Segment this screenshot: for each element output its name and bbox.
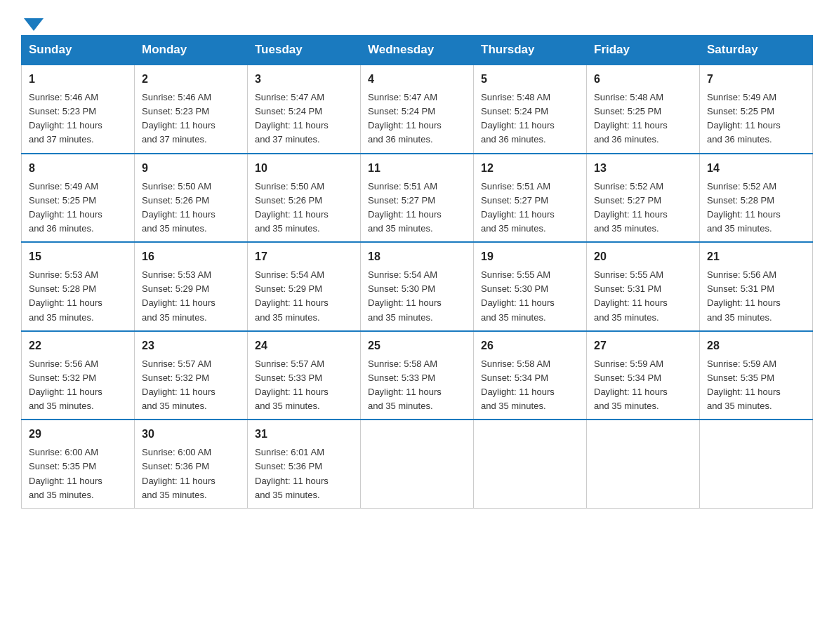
day-info: Sunrise: 5:59 AMSunset: 5:35 PMDaylight:… bbox=[707, 357, 805, 414]
calendar-cell: 22Sunrise: 5:56 AMSunset: 5:32 PMDayligh… bbox=[22, 331, 135, 420]
calendar-cell: 19Sunrise: 5:55 AMSunset: 5:30 PMDayligh… bbox=[474, 242, 587, 331]
day-number: 22 bbox=[29, 337, 127, 354]
weekday-header-saturday: Saturday bbox=[700, 36, 813, 65]
day-number: 1 bbox=[29, 71, 127, 88]
day-number: 28 bbox=[707, 337, 805, 354]
day-info: Sunrise: 5:51 AMSunset: 5:27 PMDaylight:… bbox=[481, 180, 579, 236]
day-info: Sunrise: 5:48 AMSunset: 5:24 PMDaylight:… bbox=[481, 90, 579, 147]
calendar-cell: 17Sunrise: 5:54 AMSunset: 5:29 PMDayligh… bbox=[248, 242, 361, 331]
calendar-cell: 15Sunrise: 5:53 AMSunset: 5:28 PMDayligh… bbox=[22, 242, 135, 331]
day-number: 18 bbox=[368, 248, 466, 265]
day-info: Sunrise: 5:47 AMSunset: 5:24 PMDaylight:… bbox=[255, 90, 353, 147]
day-number: 10 bbox=[255, 160, 353, 177]
day-number: 17 bbox=[255, 248, 353, 265]
day-number: 21 bbox=[707, 248, 805, 265]
calendar-week-row: 15Sunrise: 5:53 AMSunset: 5:28 PMDayligh… bbox=[22, 242, 813, 331]
day-info: Sunrise: 5:54 AMSunset: 5:29 PMDaylight:… bbox=[255, 268, 353, 325]
day-number: 13 bbox=[594, 160, 692, 177]
day-number: 30 bbox=[142, 426, 240, 443]
day-info: Sunrise: 5:56 AMSunset: 5:32 PMDaylight:… bbox=[29, 357, 127, 414]
calendar-cell: 29Sunrise: 6:00 AMSunset: 5:35 PMDayligh… bbox=[22, 420, 135, 508]
calendar-cell: 30Sunrise: 6:00 AMSunset: 5:36 PMDayligh… bbox=[135, 420, 248, 508]
day-number: 5 bbox=[481, 71, 579, 88]
weekday-header-tuesday: Tuesday bbox=[248, 36, 361, 65]
calendar-cell bbox=[361, 420, 474, 508]
calendar-cell: 26Sunrise: 5:58 AMSunset: 5:34 PMDayligh… bbox=[474, 331, 587, 420]
day-info: Sunrise: 5:54 AMSunset: 5:30 PMDaylight:… bbox=[368, 268, 466, 325]
day-number: 2 bbox=[142, 71, 240, 88]
calendar-cell: 12Sunrise: 5:51 AMSunset: 5:27 PMDayligh… bbox=[474, 154, 587, 243]
day-number: 6 bbox=[594, 71, 692, 88]
day-info: Sunrise: 5:47 AMSunset: 5:24 PMDaylight:… bbox=[368, 90, 466, 147]
day-number: 19 bbox=[481, 248, 579, 265]
weekday-header-row: SundayMondayTuesdayWednesdayThursdayFrid… bbox=[22, 36, 813, 65]
day-info: Sunrise: 5:52 AMSunset: 5:27 PMDaylight:… bbox=[594, 180, 692, 236]
day-info: Sunrise: 5:59 AMSunset: 5:34 PMDaylight:… bbox=[594, 357, 692, 414]
day-info: Sunrise: 5:53 AMSunset: 5:29 PMDaylight:… bbox=[142, 268, 240, 325]
day-number: 29 bbox=[29, 426, 127, 443]
logo-arrow-icon bbox=[24, 18, 44, 31]
day-number: 4 bbox=[368, 71, 466, 88]
calendar-cell: 21Sunrise: 5:56 AMSunset: 5:31 PMDayligh… bbox=[700, 242, 813, 331]
calendar-cell: 20Sunrise: 5:55 AMSunset: 5:31 PMDayligh… bbox=[587, 242, 700, 331]
calendar-cell: 4Sunrise: 5:47 AMSunset: 5:24 PMDaylight… bbox=[361, 65, 474, 154]
weekday-header-sunday: Sunday bbox=[22, 36, 135, 65]
calendar-cell: 3Sunrise: 5:47 AMSunset: 5:24 PMDaylight… bbox=[248, 65, 361, 154]
calendar-cell: 2Sunrise: 5:46 AMSunset: 5:23 PMDaylight… bbox=[135, 65, 248, 154]
day-number: 12 bbox=[481, 160, 579, 177]
day-number: 3 bbox=[255, 71, 353, 88]
day-info: Sunrise: 6:00 AMSunset: 5:35 PMDaylight:… bbox=[29, 445, 127, 502]
day-info: Sunrise: 5:58 AMSunset: 5:33 PMDaylight:… bbox=[368, 357, 466, 414]
day-number: 25 bbox=[368, 337, 466, 354]
day-info: Sunrise: 5:58 AMSunset: 5:34 PMDaylight:… bbox=[481, 357, 579, 414]
calendar-week-row: 22Sunrise: 5:56 AMSunset: 5:32 PMDayligh… bbox=[22, 331, 813, 420]
calendar-cell: 23Sunrise: 5:57 AMSunset: 5:32 PMDayligh… bbox=[135, 331, 248, 420]
calendar-cell: 27Sunrise: 5:59 AMSunset: 5:34 PMDayligh… bbox=[587, 331, 700, 420]
calendar-cell: 9Sunrise: 5:50 AMSunset: 5:26 PMDaylight… bbox=[135, 154, 248, 243]
day-info: Sunrise: 5:46 AMSunset: 5:23 PMDaylight:… bbox=[142, 90, 240, 147]
day-number: 24 bbox=[255, 337, 353, 354]
page-header bbox=[21, 14, 813, 28]
day-number: 8 bbox=[29, 160, 127, 177]
calendar-cell: 16Sunrise: 5:53 AMSunset: 5:29 PMDayligh… bbox=[135, 242, 248, 331]
weekday-header-friday: Friday bbox=[587, 36, 700, 65]
calendar-cell: 31Sunrise: 6:01 AMSunset: 5:36 PMDayligh… bbox=[248, 420, 361, 508]
day-number: 14 bbox=[707, 160, 805, 177]
day-number: 9 bbox=[142, 160, 240, 177]
day-number: 7 bbox=[707, 71, 805, 88]
calendar-cell: 10Sunrise: 5:50 AMSunset: 5:26 PMDayligh… bbox=[248, 154, 361, 243]
day-number: 11 bbox=[368, 160, 466, 177]
day-info: Sunrise: 5:57 AMSunset: 5:32 PMDaylight:… bbox=[142, 357, 240, 414]
day-info: Sunrise: 5:52 AMSunset: 5:28 PMDaylight:… bbox=[707, 180, 805, 236]
day-number: 16 bbox=[142, 248, 240, 265]
day-info: Sunrise: 5:50 AMSunset: 5:26 PMDaylight:… bbox=[255, 180, 353, 236]
calendar-cell bbox=[587, 420, 700, 508]
calendar-cell: 28Sunrise: 5:59 AMSunset: 5:35 PMDayligh… bbox=[700, 331, 813, 420]
calendar-table: SundayMondayTuesdayWednesdayThursdayFrid… bbox=[21, 35, 813, 509]
calendar-cell: 5Sunrise: 5:48 AMSunset: 5:24 PMDaylight… bbox=[474, 65, 587, 154]
day-number: 26 bbox=[481, 337, 579, 354]
day-number: 31 bbox=[255, 426, 353, 443]
calendar-cell bbox=[700, 420, 813, 508]
calendar-cell: 8Sunrise: 5:49 AMSunset: 5:25 PMDaylight… bbox=[22, 154, 135, 243]
day-info: Sunrise: 5:51 AMSunset: 5:27 PMDaylight:… bbox=[368, 180, 466, 236]
day-info: Sunrise: 6:00 AMSunset: 5:36 PMDaylight:… bbox=[142, 445, 240, 502]
calendar-cell: 11Sunrise: 5:51 AMSunset: 5:27 PMDayligh… bbox=[361, 154, 474, 243]
day-info: Sunrise: 5:55 AMSunset: 5:31 PMDaylight:… bbox=[594, 268, 692, 325]
calendar-cell: 14Sunrise: 5:52 AMSunset: 5:28 PMDayligh… bbox=[700, 154, 813, 243]
calendar-cell: 25Sunrise: 5:58 AMSunset: 5:33 PMDayligh… bbox=[361, 331, 474, 420]
day-number: 15 bbox=[29, 248, 127, 265]
calendar-cell: 18Sunrise: 5:54 AMSunset: 5:30 PMDayligh… bbox=[361, 242, 474, 331]
day-number: 23 bbox=[142, 337, 240, 354]
day-info: Sunrise: 5:50 AMSunset: 5:26 PMDaylight:… bbox=[142, 180, 240, 236]
calendar-cell: 7Sunrise: 5:49 AMSunset: 5:25 PMDaylight… bbox=[700, 65, 813, 154]
calendar-cell: 1Sunrise: 5:46 AMSunset: 5:23 PMDaylight… bbox=[22, 65, 135, 154]
calendar-cell: 24Sunrise: 5:57 AMSunset: 5:33 PMDayligh… bbox=[248, 331, 361, 420]
day-info: Sunrise: 5:53 AMSunset: 5:28 PMDaylight:… bbox=[29, 268, 127, 325]
calendar-cell: 6Sunrise: 5:48 AMSunset: 5:25 PMDaylight… bbox=[587, 65, 700, 154]
day-info: Sunrise: 5:49 AMSunset: 5:25 PMDaylight:… bbox=[707, 90, 805, 147]
calendar-cell bbox=[474, 420, 587, 508]
day-info: Sunrise: 5:57 AMSunset: 5:33 PMDaylight:… bbox=[255, 357, 353, 414]
day-info: Sunrise: 6:01 AMSunset: 5:36 PMDaylight:… bbox=[255, 445, 353, 502]
weekday-header-monday: Monday bbox=[135, 36, 248, 65]
